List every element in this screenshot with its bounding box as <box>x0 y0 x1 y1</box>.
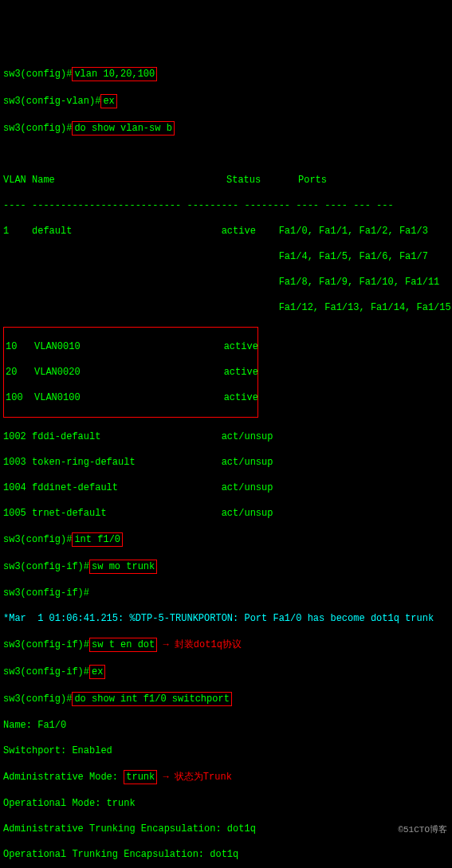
cfg-line: sw3(config-if)#sw mo trunk <box>3 560 449 574</box>
swport-line: Operational Mode: trunk <box>3 797 449 810</box>
terminal[interactable]: sw3(config)#vlan 10,20,100 sw3(config-vl… <box>3 54 449 868</box>
swport-line: Administrative Mode: trunk → 状态为Trunk <box>3 770 449 784</box>
swport-line: Switchport: Enabled <box>3 744 449 757</box>
cmd-ex: ex <box>100 94 116 108</box>
ports-cont: Fa1/8, Fa1/9, Fa1/10, Fa1/11 <box>3 276 449 289</box>
ports-cont: Fa1/4, Fa1/5, Fa1/6, Fa1/7 <box>3 250 449 263</box>
swport-line: Operational Trunking Encapsulation: dot1… <box>3 848 449 861</box>
watermark: ©51CTO博客 <box>398 823 447 836</box>
vlan-header: VLAN NameStatusPorts <box>3 174 449 187</box>
cmd-ex: ex <box>89 665 105 679</box>
dashline: ---- -------------------------- --------… <box>3 199 449 212</box>
unsup-row: 1005 trnet-default act/unsup <box>3 507 449 520</box>
unsup-row: 1002 fddi-default act/unsup <box>3 430 449 443</box>
cmd-show-vlan: do show vlan-sw b <box>72 121 174 136</box>
unsup-row: 1003 token-ring-default act/unsup <box>3 456 449 469</box>
ports-cont: Fa1/12, Fa1/13, Fa1/14, Fa1/15 <box>3 301 449 314</box>
cmd-sw-mo-trunk: sw mo trunk <box>89 560 157 574</box>
cfg-line: sw3(config)#do show vlan-sw b <box>3 121 449 136</box>
unsup-row: 1004 fddinet-default act/unsup <box>3 481 449 494</box>
cfg-line: sw3(config-if)# <box>3 587 449 599</box>
cmd-show-switchport: do show int f1/0 switchport <box>72 692 231 706</box>
default-vlan-row: 1 default active Fa1/0, Fa1/1, Fa1/2, Fa… <box>3 225 449 238</box>
cmd-int-f10: int f1/0 <box>72 532 123 547</box>
cfg-line: sw3(config-if)#ex <box>3 665 449 679</box>
cfg-line: sw3(config)#do show int f1/0 switchport <box>3 692 449 706</box>
cmd-vlan: vlan 10,20,100 <box>72 67 157 81</box>
cfg-line: sw3(config-if)#sw t en dot → 封装dot1q协议 <box>3 638 449 652</box>
annotation-dot1q: → 封装dot1q协议 <box>163 639 241 650</box>
annotation-trunk: → 状态为Trunk <box>163 772 231 783</box>
swport-line: Name: Fa1/0 <box>3 719 449 732</box>
cfg-line: sw3(config-vlan)#ex <box>3 94 449 108</box>
vlan-box: 10 VLAN0010 active 20 VLAN0020 active 10… <box>3 327 258 418</box>
cfg-line: sw3(config)#vlan 10,20,100 <box>3 67 449 81</box>
cmd-sw-t-en-dot: sw t en dot <box>89 638 157 652</box>
swport-line: Administrative Trunking Encapsulation: d… <box>3 823 449 835</box>
cfg-line: sw3(config)#int f1/0 <box>3 532 449 547</box>
trunk-mode: trunk <box>124 770 157 784</box>
dtp-message: *Mar 1 01:06:41.215: %DTP-5-TRUNKPORTON:… <box>3 612 449 625</box>
